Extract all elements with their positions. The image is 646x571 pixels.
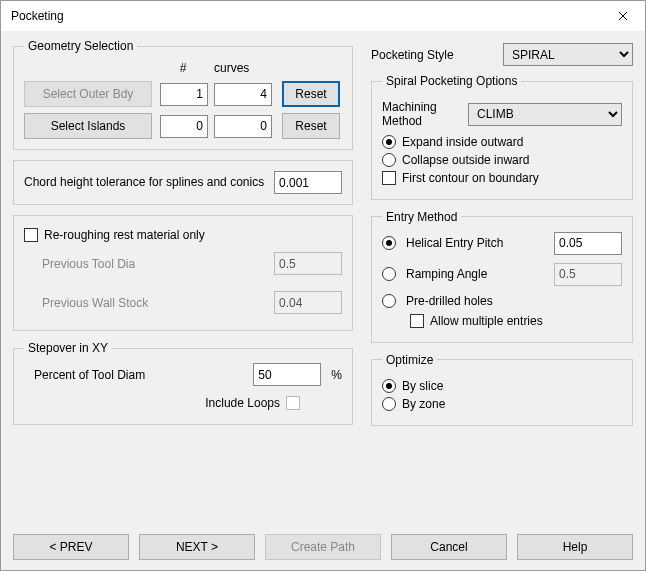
prev-wall-stock-label: Previous Wall Stock [42,296,268,310]
select-islands-button[interactable]: Select Islands [24,113,152,139]
optimize-legend: Optimize [382,353,437,367]
first-contour-checkbox[interactable] [382,171,396,185]
collapse-label: Collapse outside inward [402,153,529,167]
helical-label: Helical Entry Pitch [406,236,548,250]
header-num: # [160,61,206,75]
prev-wall-stock-field [274,291,342,314]
window-title: Pocketing [11,9,600,23]
by-slice-radio[interactable] [382,379,396,393]
reset-islands-button[interactable]: Reset [282,113,340,139]
chord-group: Chord height tolerance for splines and c… [13,160,353,205]
content-area: Geometry Selection # curves Select Outer… [1,31,645,570]
reroughing-checkbox[interactable] [24,228,38,242]
ramping-label: Ramping Angle [406,267,548,281]
helical-value-field[interactable] [554,232,622,255]
chord-label: Chord height tolerance for splines and c… [24,175,268,191]
prev-tool-dia-field [274,252,342,275]
helical-radio[interactable] [382,236,396,250]
prev-tool-dia-label: Previous Tool Dia [42,257,268,271]
close-button[interactable] [600,1,645,31]
collapse-radio[interactable] [382,153,396,167]
reset-outer-button[interactable]: Reset [282,81,340,107]
stepover-group: Stepover in XY Percent of Tool Diam % In… [13,341,353,425]
entry-method-group: Entry Method Helical Entry Pitch Ramping… [371,210,633,343]
expand-label: Expand inside outward [402,135,523,149]
bottom-button-bar: < PREV NEXT > Create Path Cancel Help [13,534,633,560]
outer-curves-field[interactable] [214,83,272,106]
include-loops-checkbox[interactable] [286,396,300,410]
pocketing-style-select[interactable]: SPIRAL [503,43,633,66]
percent-field[interactable] [253,363,321,386]
stepover-legend: Stepover in XY [24,341,112,355]
geometry-legend: Geometry Selection [24,39,137,53]
islands-curves-field[interactable] [214,115,272,138]
close-icon [618,11,628,21]
reroughing-group: Re-roughing rest material only Previous … [13,215,353,331]
optimize-group: Optimize By slice By zone [371,353,633,426]
allow-multiple-checkbox[interactable] [410,314,424,328]
reroughing-label: Re-roughing rest material only [44,228,205,242]
spiral-options-group: Spiral Pocketing Options Machining Metho… [371,74,633,200]
select-outer-bdy-button[interactable]: Select Outer Bdy [24,81,152,107]
help-button[interactable]: Help [517,534,633,560]
machining-method-select[interactable]: CLIMB [468,103,622,126]
percent-unit: % [331,368,342,382]
next-button[interactable]: NEXT > [139,534,255,560]
ramping-radio[interactable] [382,267,396,281]
entry-legend: Entry Method [382,210,461,224]
titlebar: Pocketing [1,1,645,31]
include-loops-label: Include Loops [205,396,280,410]
header-curves: curves [214,61,274,75]
predrilled-label: Pre-drilled holes [406,294,548,308]
by-zone-label: By zone [402,397,445,411]
predrilled-radio[interactable] [382,294,396,308]
geometry-selection-group: Geometry Selection # curves Select Outer… [13,39,353,150]
by-zone-radio[interactable] [382,397,396,411]
cancel-button[interactable]: Cancel [391,534,507,560]
chord-value-field[interactable] [274,171,342,194]
ramping-value-field [554,263,622,286]
prev-button[interactable]: < PREV [13,534,129,560]
dialog-window: Pocketing Geometry Selection # curves Se… [0,0,646,571]
outer-num-field[interactable] [160,83,208,106]
create-path-button[interactable]: Create Path [265,534,381,560]
by-slice-label: By slice [402,379,443,393]
islands-num-field[interactable] [160,115,208,138]
percent-label: Percent of Tool Diam [34,368,145,382]
pocketing-style-label: Pocketing Style [371,48,497,62]
expand-radio[interactable] [382,135,396,149]
machining-method-label: Machining Method [382,100,462,129]
spiral-legend: Spiral Pocketing Options [382,74,521,88]
first-contour-label: First contour on boundary [402,171,539,185]
allow-multiple-label: Allow multiple entries [430,314,543,328]
